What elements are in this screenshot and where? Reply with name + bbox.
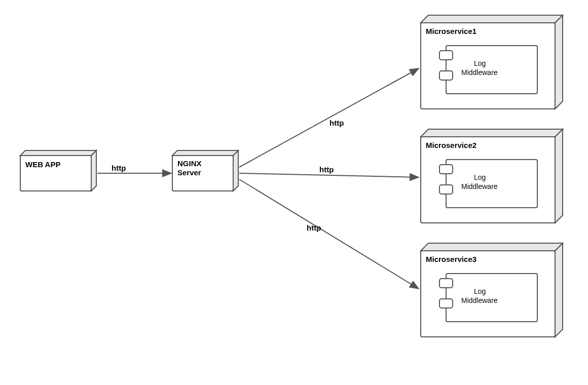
svg-marker-13 — [555, 129, 563, 223]
microservice3-label: Microservice3 — [426, 255, 476, 263]
svg-rect-12 — [439, 71, 453, 80]
svg-marker-1 — [91, 150, 96, 191]
nginx-label-1: NGINX — [177, 159, 202, 168]
microservice3-node: Microservice3 Log Middleware — [421, 243, 563, 337]
microservice3-component-line1: Log — [474, 287, 486, 295]
svg-rect-11 — [439, 51, 453, 60]
svg-marker-19 — [555, 243, 563, 337]
edge-nginx-ms3-label: http — [307, 223, 321, 232]
svg-marker-5 — [172, 150, 238, 156]
edge-nginx-ms2-label: http — [319, 165, 334, 174]
microservice2-node: Microservice2 Log Middleware — [421, 129, 563, 223]
edge-nginx-ms3 — [239, 179, 419, 289]
svg-marker-14 — [421, 129, 563, 137]
webapp-label: WEB APP — [25, 160, 60, 169]
microservice2-component-line2: Middleware — [461, 182, 498, 190]
svg-rect-23 — [439, 279, 453, 288]
microservice1-node: Microservice1 Log Middleware — [421, 15, 563, 109]
microservice1-component-line1: Log — [474, 59, 486, 67]
edge-nginx-ms2 — [239, 173, 419, 177]
svg-marker-4 — [233, 150, 238, 191]
microservice1-label: Microservice1 — [426, 27, 476, 35]
architecture-diagram: WEB APP NGINX Server Microservice1 Log M… — [0, 0, 588, 385]
microservice2-label: Microservice2 — [426, 141, 476, 149]
edge-nginx-ms1-label: http — [329, 119, 344, 127]
edge-nginx-ms1 — [239, 68, 419, 167]
svg-rect-17 — [439, 165, 453, 174]
svg-rect-24 — [439, 299, 453, 308]
svg-marker-20 — [421, 243, 563, 251]
svg-rect-18 — [439, 185, 453, 194]
svg-marker-8 — [421, 15, 563, 23]
svg-marker-7 — [555, 15, 563, 109]
microservice1-component-line2: Middleware — [461, 68, 498, 76]
microservice3-component-line2: Middleware — [461, 296, 498, 304]
nginx-label-2: Server — [177, 168, 201, 177]
microservice2-component-line1: Log — [474, 173, 486, 181]
webapp-node: WEB APP — [20, 150, 96, 191]
nginx-node: NGINX Server — [172, 150, 238, 191]
edge-webapp-nginx-label: http — [112, 164, 126, 172]
svg-marker-2 — [20, 150, 96, 156]
